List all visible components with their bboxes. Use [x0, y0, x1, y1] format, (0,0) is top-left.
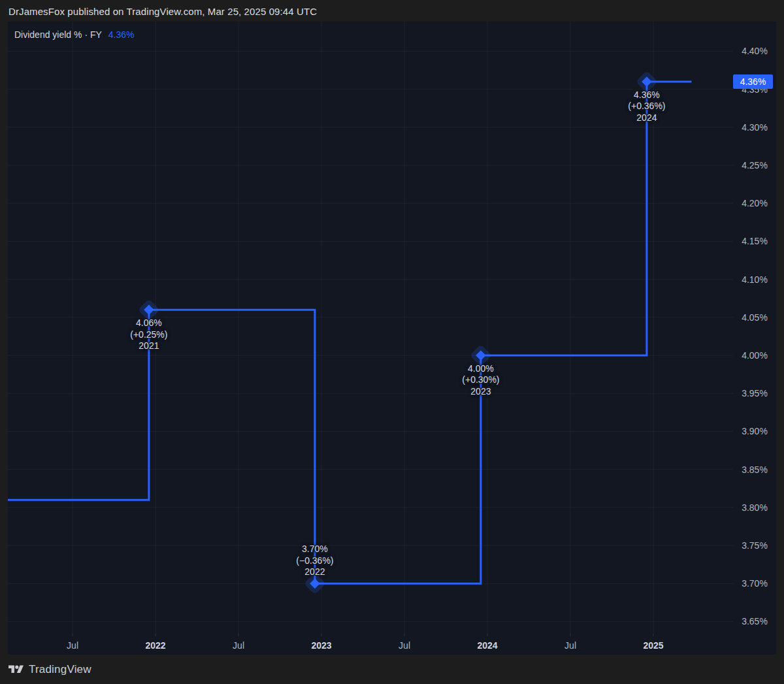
annotation-value: 3.70% [272, 544, 357, 555]
annotation-year: 2023 [438, 386, 523, 398]
y-axis-tick-label: 3.70% [733, 578, 776, 589]
y-axis-tick-label: 4.25% [733, 159, 776, 171]
series-last-value: 4.36% [108, 29, 135, 40]
y-axis-tick-label: 3.85% [733, 464, 776, 476]
annotation-value: 4.00% [438, 363, 523, 375]
chart-panel[interactable]: Dividend yield % · FY 4.36% 4.36% 4.40%4… [8, 22, 776, 655]
annotation-year: 2022 [272, 566, 357, 578]
time-axis[interactable] [8, 634, 733, 655]
y-axis-tick-label: 3.90% [733, 425, 776, 437]
y-axis-tick-label: 4.05% [733, 312, 776, 323]
y-axis-tick-label: 4.40% [733, 45, 776, 57]
footer: TradingView [8, 660, 91, 679]
annotation-change: (+0.25%) [106, 329, 191, 341]
y-axis-tick-label: 4.30% [733, 122, 776, 133]
data-point-annotation-2024: 4.36%(+0.36%)2024 [604, 90, 689, 124]
y-axis-tick-label: 4.15% [733, 235, 776, 247]
y-axis-tick-label: 3.65% [733, 615, 776, 627]
tradingview-snapshot-page: DrJamesFox published on TradingView.com,… [0, 0, 784, 684]
annotation-change: (+0.36%) [604, 101, 689, 112]
y-axis-tick-label: 3.95% [733, 387, 776, 399]
y-axis-tick-label: 4.00% [733, 350, 776, 361]
annotation-year: 2024 [604, 112, 689, 124]
annotation-year: 2021 [106, 340, 191, 352]
annotation-change: (−0.36%) [272, 555, 357, 567]
data-point-annotation-2021: 4.06%(+0.25%)2021 [106, 318, 191, 352]
y-axis-tick-label: 3.80% [733, 502, 776, 513]
series-legend: Dividend yield % · FY 4.36% [14, 29, 135, 40]
y-axis-tick-label: 3.75% [733, 540, 776, 551]
last-price-badge: 4.36% [733, 74, 773, 89]
data-point-annotation-2022: 3.70%(−0.36%)2022 [272, 544, 357, 578]
annotation-change: (+0.30%) [438, 374, 523, 386]
y-axis-tick-label: 4.20% [733, 197, 776, 209]
series-title: Dividend yield % · FY [14, 29, 102, 40]
annotation-value: 4.36% [604, 90, 689, 101]
brand-name[interactable]: TradingView [29, 663, 91, 676]
attribution-text: DrJamesFox published on TradingView.com,… [8, 0, 317, 22]
data-point-annotation-2023: 4.00%(+0.30%)2023 [438, 363, 523, 398]
y-axis-tick-label: 4.10% [733, 274, 776, 285]
tradingview-logo-icon[interactable] [8, 664, 24, 676]
annotation-value: 4.06% [106, 318, 191, 329]
